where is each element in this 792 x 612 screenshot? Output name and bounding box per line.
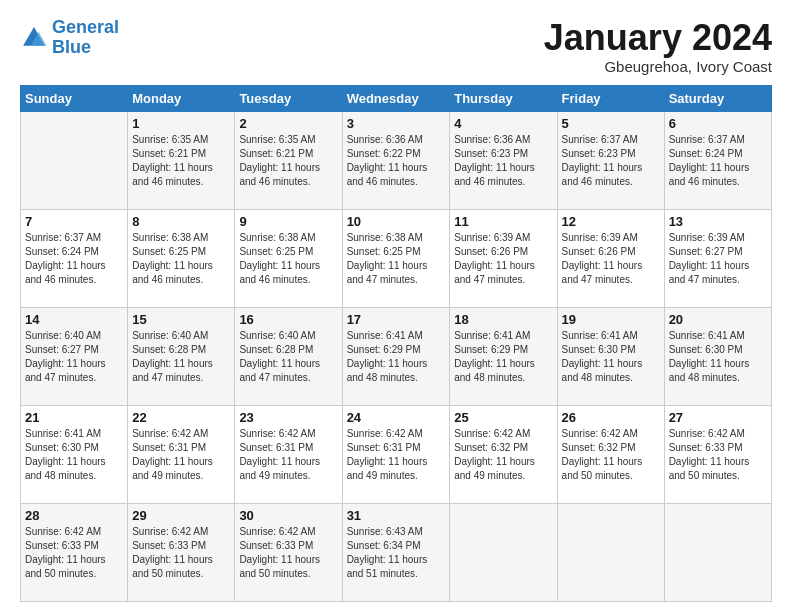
- day-info: Sunrise: 6:41 AM Sunset: 6:30 PM Dayligh…: [562, 329, 660, 384]
- week-row-1: 1Sunrise: 6:35 AM Sunset: 6:21 PM Daylig…: [21, 111, 772, 209]
- calendar-cell: 17Sunrise: 6:41 AM Sunset: 6:29 PM Dayli…: [342, 307, 450, 405]
- calendar-cell: 11Sunrise: 6:39 AM Sunset: 6:26 PM Dayli…: [450, 209, 557, 307]
- day-info: Sunrise: 6:42 AM Sunset: 6:31 PM Dayligh…: [239, 427, 337, 482]
- calendar-cell: 16Sunrise: 6:40 AM Sunset: 6:28 PM Dayli…: [235, 307, 342, 405]
- day-info: Sunrise: 6:42 AM Sunset: 6:32 PM Dayligh…: [562, 427, 660, 482]
- day-info: Sunrise: 6:43 AM Sunset: 6:34 PM Dayligh…: [347, 525, 446, 580]
- day-info: Sunrise: 6:38 AM Sunset: 6:25 PM Dayligh…: [132, 231, 230, 286]
- day-number: 30: [239, 507, 337, 525]
- day-number: 29: [132, 507, 230, 525]
- calendar-cell: 29Sunrise: 6:42 AM Sunset: 6:33 PM Dayli…: [128, 503, 235, 601]
- calendar-cell: 20Sunrise: 6:41 AM Sunset: 6:30 PM Dayli…: [664, 307, 771, 405]
- calendar-table: SundayMondayTuesdayWednesdayThursdayFrid…: [20, 85, 772, 602]
- calendar-cell: 18Sunrise: 6:41 AM Sunset: 6:29 PM Dayli…: [450, 307, 557, 405]
- day-number: 13: [669, 213, 767, 231]
- day-info: Sunrise: 6:42 AM Sunset: 6:33 PM Dayligh…: [669, 427, 767, 482]
- month-title: January 2024: [544, 18, 772, 58]
- title-block: January 2024 Gbeugrehoa, Ivory Coast: [544, 18, 772, 75]
- logo-general: General: [52, 17, 119, 37]
- day-number: 4: [454, 115, 552, 133]
- day-number: 24: [347, 409, 446, 427]
- calendar-cell: [664, 503, 771, 601]
- calendar-cell: 13Sunrise: 6:39 AM Sunset: 6:27 PM Dayli…: [664, 209, 771, 307]
- weekday-header-row: SundayMondayTuesdayWednesdayThursdayFrid…: [21, 85, 772, 111]
- day-number: 16: [239, 311, 337, 329]
- calendar-cell: 2Sunrise: 6:35 AM Sunset: 6:21 PM Daylig…: [235, 111, 342, 209]
- weekday-saturday: Saturday: [664, 85, 771, 111]
- week-row-5: 28Sunrise: 6:42 AM Sunset: 6:33 PM Dayli…: [21, 503, 772, 601]
- day-number: 26: [562, 409, 660, 427]
- week-row-4: 21Sunrise: 6:41 AM Sunset: 6:30 PM Dayli…: [21, 405, 772, 503]
- day-number: 17: [347, 311, 446, 329]
- day-number: 9: [239, 213, 337, 231]
- calendar-cell: 10Sunrise: 6:38 AM Sunset: 6:25 PM Dayli…: [342, 209, 450, 307]
- calendar-cell: 24Sunrise: 6:42 AM Sunset: 6:31 PM Dayli…: [342, 405, 450, 503]
- week-row-3: 14Sunrise: 6:40 AM Sunset: 6:27 PM Dayli…: [21, 307, 772, 405]
- day-info: Sunrise: 6:40 AM Sunset: 6:28 PM Dayligh…: [132, 329, 230, 384]
- day-info: Sunrise: 6:37 AM Sunset: 6:23 PM Dayligh…: [562, 133, 660, 188]
- day-number: 22: [132, 409, 230, 427]
- calendar-cell: 27Sunrise: 6:42 AM Sunset: 6:33 PM Dayli…: [664, 405, 771, 503]
- day-info: Sunrise: 6:35 AM Sunset: 6:21 PM Dayligh…: [132, 133, 230, 188]
- logo-text: General Blue: [52, 18, 119, 58]
- day-number: 2: [239, 115, 337, 133]
- day-info: Sunrise: 6:41 AM Sunset: 6:29 PM Dayligh…: [347, 329, 446, 384]
- calendar-cell: 5Sunrise: 6:37 AM Sunset: 6:23 PM Daylig…: [557, 111, 664, 209]
- calendar-cell: 14Sunrise: 6:40 AM Sunset: 6:27 PM Dayli…: [21, 307, 128, 405]
- calendar-cell: 25Sunrise: 6:42 AM Sunset: 6:32 PM Dayli…: [450, 405, 557, 503]
- calendar-cell: 19Sunrise: 6:41 AM Sunset: 6:30 PM Dayli…: [557, 307, 664, 405]
- calendar-cell: 30Sunrise: 6:42 AM Sunset: 6:33 PM Dayli…: [235, 503, 342, 601]
- logo: General Blue: [20, 18, 119, 58]
- day-number: 10: [347, 213, 446, 231]
- day-info: Sunrise: 6:42 AM Sunset: 6:31 PM Dayligh…: [132, 427, 230, 482]
- weekday-tuesday: Tuesday: [235, 85, 342, 111]
- day-number: 11: [454, 213, 552, 231]
- day-info: Sunrise: 6:39 AM Sunset: 6:26 PM Dayligh…: [562, 231, 660, 286]
- weekday-wednesday: Wednesday: [342, 85, 450, 111]
- day-number: 23: [239, 409, 337, 427]
- day-number: 19: [562, 311, 660, 329]
- day-info: Sunrise: 6:36 AM Sunset: 6:23 PM Dayligh…: [454, 133, 552, 188]
- day-number: 7: [25, 213, 123, 231]
- calendar-cell: 12Sunrise: 6:39 AM Sunset: 6:26 PM Dayli…: [557, 209, 664, 307]
- day-info: Sunrise: 6:41 AM Sunset: 6:29 PM Dayligh…: [454, 329, 552, 384]
- weekday-friday: Friday: [557, 85, 664, 111]
- day-info: Sunrise: 6:40 AM Sunset: 6:28 PM Dayligh…: [239, 329, 337, 384]
- week-row-2: 7Sunrise: 6:37 AM Sunset: 6:24 PM Daylig…: [21, 209, 772, 307]
- day-info: Sunrise: 6:40 AM Sunset: 6:27 PM Dayligh…: [25, 329, 123, 384]
- day-info: Sunrise: 6:41 AM Sunset: 6:30 PM Dayligh…: [25, 427, 123, 482]
- day-number: 21: [25, 409, 123, 427]
- day-number: 14: [25, 311, 123, 329]
- day-number: 27: [669, 409, 767, 427]
- calendar-cell: 22Sunrise: 6:42 AM Sunset: 6:31 PM Dayli…: [128, 405, 235, 503]
- calendar-cell: 4Sunrise: 6:36 AM Sunset: 6:23 PM Daylig…: [450, 111, 557, 209]
- day-number: 15: [132, 311, 230, 329]
- calendar-cell: 31Sunrise: 6:43 AM Sunset: 6:34 PM Dayli…: [342, 503, 450, 601]
- day-info: Sunrise: 6:36 AM Sunset: 6:22 PM Dayligh…: [347, 133, 446, 188]
- day-number: 6: [669, 115, 767, 133]
- calendar-cell: [557, 503, 664, 601]
- day-number: 12: [562, 213, 660, 231]
- logo-blue: Blue: [52, 37, 91, 57]
- day-info: Sunrise: 6:42 AM Sunset: 6:31 PM Dayligh…: [347, 427, 446, 482]
- calendar-cell: 15Sunrise: 6:40 AM Sunset: 6:28 PM Dayli…: [128, 307, 235, 405]
- day-info: Sunrise: 6:41 AM Sunset: 6:30 PM Dayligh…: [669, 329, 767, 384]
- calendar-cell: 21Sunrise: 6:41 AM Sunset: 6:30 PM Dayli…: [21, 405, 128, 503]
- day-number: 31: [347, 507, 446, 525]
- calendar-cell: 26Sunrise: 6:42 AM Sunset: 6:32 PM Dayli…: [557, 405, 664, 503]
- day-info: Sunrise: 6:39 AM Sunset: 6:26 PM Dayligh…: [454, 231, 552, 286]
- day-info: Sunrise: 6:42 AM Sunset: 6:33 PM Dayligh…: [25, 525, 123, 580]
- weekday-monday: Monday: [128, 85, 235, 111]
- calendar-cell: 9Sunrise: 6:38 AM Sunset: 6:25 PM Daylig…: [235, 209, 342, 307]
- day-number: 3: [347, 115, 446, 133]
- calendar-cell: 23Sunrise: 6:42 AM Sunset: 6:31 PM Dayli…: [235, 405, 342, 503]
- day-info: Sunrise: 6:42 AM Sunset: 6:33 PM Dayligh…: [132, 525, 230, 580]
- day-number: 8: [132, 213, 230, 231]
- day-number: 20: [669, 311, 767, 329]
- day-info: Sunrise: 6:42 AM Sunset: 6:33 PM Dayligh…: [239, 525, 337, 580]
- calendar-cell: 28Sunrise: 6:42 AM Sunset: 6:33 PM Dayli…: [21, 503, 128, 601]
- day-info: Sunrise: 6:37 AM Sunset: 6:24 PM Dayligh…: [25, 231, 123, 286]
- day-number: 28: [25, 507, 123, 525]
- calendar-cell: [21, 111, 128, 209]
- day-info: Sunrise: 6:35 AM Sunset: 6:21 PM Dayligh…: [239, 133, 337, 188]
